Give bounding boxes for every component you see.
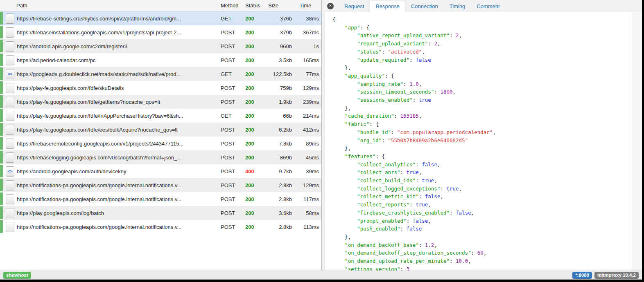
column-header-size[interactable]: Size — [268, 2, 292, 9]
flow-method: POST — [221, 57, 245, 63]
close-icon: ✕ — [329, 4, 332, 8]
flow-method: POST — [221, 196, 245, 202]
tab-connection[interactable]: Connection — [405, 0, 444, 12]
code-line: "push_enabled": false — [332, 225, 631, 233]
flow-row[interactable]: https://notifications-pa.googleapis.com/… — [0, 178, 321, 192]
flow-time: 239ms — [292, 99, 321, 105]
code-line: "features": { — [332, 152, 631, 161]
code-line: }, — [332, 104, 631, 112]
flow-time: 38ms — [292, 16, 321, 22]
response-body-viewer[interactable]: { "app": { "native_report_upload_variant… — [322, 12, 642, 271]
scrollbar-track[interactable] — [632, 12, 642, 271]
flow-row[interactable]: https://firebase-settings.crashlytics.co… — [0, 11, 321, 25]
flow-icon-cell — [3, 111, 17, 121]
flow-time: 412ms — [292, 127, 321, 133]
flow-size: 2.8kb — [268, 224, 292, 230]
tab-label: Request — [344, 3, 364, 9]
code-line: "on_demand_upload_rate_per_minute": 10.0… — [332, 257, 631, 265]
detail-tab-bar: ✕ RequestResponseConnectionTimingComment — [322, 0, 642, 12]
showhost-option-badge: showhost — [3, 272, 31, 279]
code-line: "on_demand_backoff_step_duration_seconds… — [332, 249, 631, 257]
flow-row[interactable]: https://android.apis.google.com/c2dm/reg… — [0, 39, 321, 53]
listen-address-badge: *:8080 — [572, 272, 592, 279]
column-header-method[interactable]: Method — [221, 2, 245, 9]
flow-row[interactable]: https://play-fe.googleapis.com/fdfe/ees/… — [0, 123, 321, 137]
flow-marker-strip — [0, 137, 3, 150]
flow-row[interactable]: https://notifications-pa.googleapis.com/… — [0, 220, 321, 234]
flow-marker-strip — [0, 95, 3, 109]
flow-path: https://firebaseremoteconfig.googleapis.… — [17, 141, 221, 147]
flow-time: 165ms — [292, 57, 321, 63]
flow-method: POST — [221, 85, 245, 91]
code-line: "fabric": { — [332, 120, 631, 128]
code-line: "collect_build_ids": true, — [332, 177, 631, 185]
flow-marker-strip — [0, 150, 3, 164]
code-line: "cache_duration": 163185, — [332, 112, 631, 120]
flow-status: 200 — [245, 43, 268, 49]
code-line: "bundle_id": "com.popularapp.periodcalen… — [332, 128, 631, 137]
tab-timing[interactable]: Timing — [444, 0, 471, 12]
flow-row[interactable]: <> https://googleads.g.doubleclick.net/m… — [0, 67, 321, 81]
code-line: "app_quality": { — [332, 72, 631, 80]
flow-row[interactable]: https://ad.period-calendar.com/pc POST 2… — [0, 53, 321, 67]
document-content-icon — [6, 41, 14, 51]
code-line: "update_required": false — [332, 56, 631, 64]
flow-size: 960b — [268, 43, 292, 49]
flow-method: GET — [221, 71, 245, 77]
flow-list[interactable]: https://firebase-settings.crashlytics.co… — [0, 11, 321, 271]
flow-path: https://firebaseinstallations.googleapis… — [17, 29, 221, 36]
flow-status: 200 — [245, 154, 268, 161]
flow-method: POST — [221, 224, 245, 230]
flow-icon-cell — [3, 222, 17, 232]
code-gutter — [322, 12, 325, 271]
flow-size: 1.9kb — [268, 99, 292, 105]
flow-method: POST — [221, 29, 245, 36]
tab-label: Response — [375, 3, 400, 9]
flow-path: https://play-fe.googleapis.com/fdfe/skuD… — [17, 85, 221, 91]
flow-size: 6.2kb — [268, 127, 292, 133]
document-content-icon — [6, 27, 14, 38]
code-line: "prompt_enabled": false, — [332, 217, 631, 225]
flow-row[interactable]: https://play-fe.googleapis.com/fdfe/inAp… — [0, 109, 321, 123]
column-header-status[interactable]: Status — [245, 2, 268, 9]
flow-size: 759b — [268, 85, 292, 91]
flow-method: POST — [221, 127, 245, 133]
flow-row[interactable]: https://play.googleapis.com/log/batch PO… — [0, 206, 321, 220]
flow-icon-cell — [3, 208, 17, 218]
flow-row[interactable]: https://notifications-pa.googleapis.com/… — [0, 192, 321, 206]
flow-row[interactable]: https://firebaselogging.googleapis.com/v… — [0, 150, 321, 164]
flow-marker-strip — [0, 53, 3, 67]
flow-icon-cell — [3, 83, 17, 93]
tab-response[interactable]: Response — [370, 0, 405, 12]
flow-marker-strip — [0, 109, 3, 123]
tab-comment[interactable]: Comment — [471, 0, 505, 12]
status-bar-right: *:8080mitmproxy 10.4.2 — [572, 272, 639, 279]
document-content-icon — [6, 13, 14, 24]
flow-status: 200 — [245, 29, 268, 36]
flow-path: https://firebase-settings.crashlytics.co… — [17, 16, 221, 22]
flow-method: POST — [221, 168, 245, 175]
flow-row[interactable]: <> https://android.googleapis.com/auth/d… — [0, 164, 321, 178]
code-line: "on_demand_backoff_base": 1.2, — [332, 241, 631, 249]
document-content-icon — [6, 152, 14, 163]
flow-time: 117ms — [292, 196, 321, 202]
flow-row[interactable]: https://play-fe.googleapis.com/fdfe/getI… — [0, 95, 321, 109]
flow-path: https://ad.period-calendar.com/pc — [17, 57, 221, 63]
code-line: "sampling_rate": 1.0, — [332, 80, 631, 88]
flow-row[interactable]: https://firebaseremoteconfig.googleapis.… — [0, 137, 321, 150]
column-header-path[interactable]: Path — [0, 2, 221, 9]
flow-row[interactable]: https://firebaseinstallations.googleapis… — [0, 25, 321, 39]
flow-size: 869b — [268, 154, 292, 161]
flow-status: 200 — [245, 16, 268, 22]
flow-time: 129ms — [292, 182, 321, 188]
flow-icon-cell — [3, 27, 17, 38]
flow-path: https://firebaselogging.googleapis.com/v… — [17, 154, 221, 161]
flow-size: 122.5kb — [268, 71, 292, 77]
tab-request[interactable]: Request — [339, 0, 370, 12]
flow-status: 200 — [245, 99, 268, 105]
close-detail-button[interactable]: ✕ — [327, 3, 334, 9]
document-content-icon — [6, 83, 14, 93]
flow-row[interactable]: https://play-fe.googleapis.com/fdfe/skuD… — [0, 81, 321, 95]
column-header-time[interactable]: Time — [292, 2, 321, 9]
response-json-body: { "app": { "native_report_upload_variant… — [325, 12, 631, 271]
